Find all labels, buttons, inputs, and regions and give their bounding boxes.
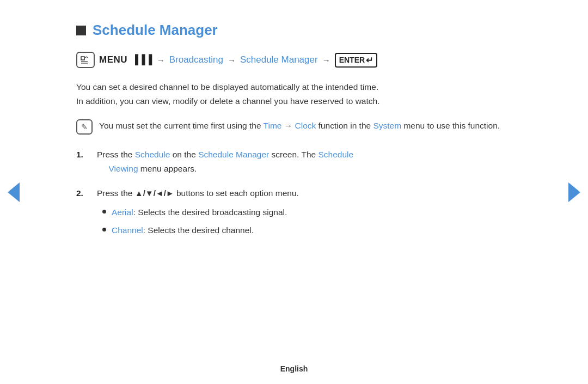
menu-lines: ▐▐▐ bbox=[132, 54, 152, 65]
schedule-manager-text-link: Schedule Manager bbox=[198, 150, 269, 159]
bullet-channel: Channel: Selects the desired channel. bbox=[97, 224, 512, 237]
step-2: 2. Press the ▲/▼/◄/► buttons to set each… bbox=[76, 186, 512, 241]
steps-list: 1. Press the Schedule on the Schedule Ma… bbox=[76, 148, 512, 241]
title-square-icon bbox=[76, 26, 86, 35]
aerial-link: Aerial bbox=[112, 208, 133, 217]
nav-arrow-left[interactable] bbox=[8, 182, 20, 202]
step-2-content: Press the ▲/▼/◄/► buttons to set each op… bbox=[97, 186, 512, 241]
schedule-link: Schedule bbox=[135, 150, 170, 159]
arrow-1: → bbox=[157, 56, 165, 65]
nav-arrow-right[interactable] bbox=[568, 182, 580, 202]
svg-rect-0 bbox=[81, 57, 84, 60]
note-icon: ✎ bbox=[76, 119, 93, 135]
bullet-dot-1 bbox=[102, 210, 106, 214]
svg-line-1 bbox=[85, 57, 87, 58]
menu-label: MENU bbox=[99, 54, 127, 65]
step-2-number: 2. bbox=[76, 186, 89, 200]
main-content: Schedule Manager MENU ▐▐▐ → Broadcasting… bbox=[33, 0, 555, 275]
note-text: You must set the current time first usin… bbox=[99, 119, 500, 133]
footer-language: English bbox=[280, 364, 308, 373]
bullet-aerial: Aerial: Selects the desired broadcasting… bbox=[97, 206, 512, 220]
channel-link: Channel bbox=[112, 225, 143, 235]
aerial-text: Aerial: Selects the desired broadcasting… bbox=[112, 206, 287, 220]
breadcrumb: MENU ▐▐▐ → Broadcasting → Schedule Manag… bbox=[76, 52, 512, 68]
bullet-dot-2 bbox=[102, 228, 106, 231]
bullet-list: Aerial: Selects the desired broadcasting… bbox=[97, 206, 512, 237]
time-link: Time bbox=[264, 121, 282, 130]
title-row: Schedule Manager bbox=[76, 22, 512, 39]
system-link: System bbox=[373, 121, 401, 130]
step-1-content: Press the Schedule on the Schedule Manag… bbox=[97, 148, 512, 175]
menu-icon bbox=[76, 52, 95, 68]
note-row: ✎ You must set the current time first us… bbox=[76, 119, 512, 135]
clock-link: Clock bbox=[295, 121, 316, 130]
enter-icon: ENTER bbox=[335, 53, 377, 68]
step-1: 1. Press the Schedule on the Schedule Ma… bbox=[76, 148, 512, 175]
step-1-number: 1. bbox=[76, 148, 89, 162]
dpad-symbol: ▲/▼/◄/► bbox=[135, 188, 174, 198]
schedule-manager-link: Schedule Manager bbox=[240, 54, 318, 65]
svg-line-2 bbox=[87, 57, 88, 58]
channel-text: Channel: Selects the desired channel. bbox=[112, 224, 254, 237]
arrow-3: → bbox=[322, 56, 330, 65]
footer: English bbox=[0, 364, 588, 373]
arrow-2: → bbox=[228, 56, 236, 65]
broadcasting-link: Broadcasting bbox=[169, 54, 223, 65]
page-title: Schedule Manager bbox=[93, 22, 218, 39]
description-text: You can set a desired channel to be disp… bbox=[76, 80, 512, 108]
